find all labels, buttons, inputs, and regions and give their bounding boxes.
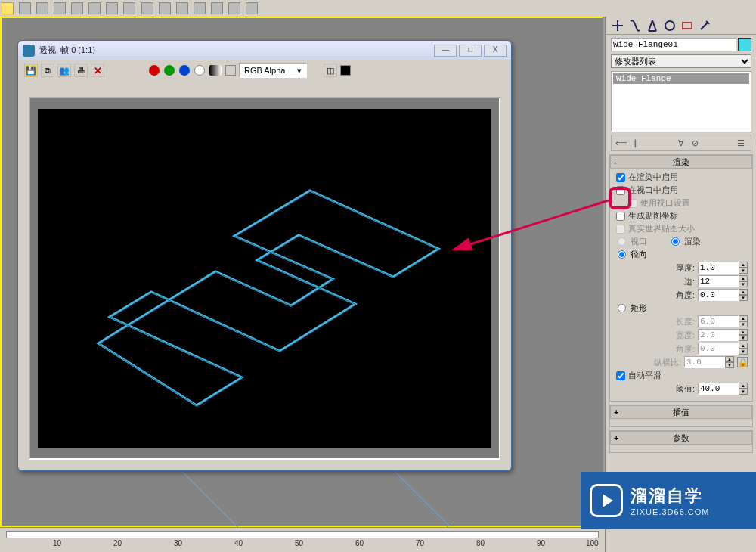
render-frame-window: 透视, 帧 0 (1:1) — □ X 💾 ⧉ 👥 🖶 ✕ RGB Alpha▾…: [17, 40, 512, 471]
toolbar-icon[interactable]: [141, 2, 153, 14]
toolbar-icon[interactable]: [19, 2, 31, 14]
ruler-tick: 10: [53, 539, 61, 547]
rollout-header[interactable]: + 参数: [610, 431, 752, 445]
modifier-stack-item[interactable]: Wide Flange: [613, 73, 749, 84]
create-tab-icon[interactable]: [611, 19, 624, 33]
copy-icon[interactable]: ⧉: [41, 64, 54, 77]
watermark-text-cn: 溜溜自学: [631, 485, 709, 507]
pin-stack-icon[interactable]: ⟸: [615, 137, 628, 149]
spinner-arrows[interactable]: ▲▼: [739, 262, 748, 274]
mono-channel-icon[interactable]: [194, 65, 205, 76]
viewport-render-radio-row: 视口 渲染: [618, 236, 749, 247]
render-radio-label: 渲染: [684, 236, 701, 247]
timeline-ruler[interactable]: 10 20 30 40 50 60 70 80 90 100: [0, 527, 605, 552]
ruler-tick: 70: [416, 539, 424, 547]
enable-in-viewport-checkbox[interactable]: 在视口中启用: [616, 185, 749, 196]
rect-radio-row[interactable]: 矩形: [618, 302, 749, 314]
blue-channel-icon[interactable]: [179, 65, 190, 76]
toolbar-icon[interactable]: [194, 2, 206, 14]
thickness-input[interactable]: [698, 262, 739, 274]
red-channel-icon[interactable]: [149, 65, 160, 76]
channel-label: RGB Alpha: [244, 66, 285, 75]
gen-mapping-coords-checkbox[interactable]: 生成贴图坐标: [616, 210, 749, 222]
auto-smooth-checkbox[interactable]: 自动平滑: [616, 370, 749, 381]
close-button[interactable]: X: [484, 45, 507, 57]
collapse-icon: -: [614, 157, 617, 166]
svg-rect-3: [683, 23, 692, 29]
toolbar-icon[interactable]: [211, 2, 223, 14]
annotation-arrow: [438, 189, 627, 265]
modifier-stack[interactable]: Wide Flange: [611, 71, 751, 132]
radial-radio-row[interactable]: 径向: [618, 249, 749, 260]
clone-window-icon[interactable]: ◫: [324, 64, 337, 77]
render-radio[interactable]: [671, 237, 680, 246]
alpha-channel-icon[interactable]: [209, 65, 222, 76]
width-label: 宽度:: [676, 330, 695, 341]
rollout-title: 插值: [673, 407, 689, 418]
toolbar-icon[interactable]: [159, 2, 171, 14]
enable-in-viewport-label: 在视口中启用: [628, 185, 678, 196]
toolbar-icon[interactable]: [88, 2, 101, 14]
svg-marker-1: [99, 191, 439, 406]
toolbar-icon[interactable]: [36, 2, 48, 14]
window-titlebar[interactable]: 透视, 帧 0 (1:1) — □ X: [18, 41, 511, 60]
toolbar-icon[interactable]: [106, 2, 118, 14]
toolbar-icon[interactable]: [228, 2, 240, 14]
threshold-label: 阈值:: [676, 383, 695, 395]
green-channel-icon[interactable]: [164, 65, 175, 76]
maximize-button[interactable]: □: [459, 45, 482, 57]
utilities-tab-icon[interactable]: [698, 19, 711, 33]
bg-color-icon[interactable]: [340, 65, 351, 76]
overlay-icon[interactable]: [225, 65, 236, 76]
save-image-icon[interactable]: 💾: [24, 64, 38, 77]
play-logo-icon: [590, 484, 623, 517]
motion-tab-icon[interactable]: [663, 19, 677, 33]
remove-modifier-icon[interactable]: ⊘: [688, 137, 702, 149]
rect-radio[interactable]: [618, 304, 626, 312]
toolbar-icon[interactable]: [2, 2, 14, 14]
ruler-track[interactable]: [6, 531, 599, 538]
clone-icon[interactable]: 👥: [57, 64, 71, 77]
real-world-checkbox: 真实世界贴图大小: [616, 223, 749, 234]
auto-smooth-input[interactable]: [616, 371, 625, 380]
print-icon[interactable]: 🖶: [74, 64, 88, 77]
make-unique-icon[interactable]: ∀: [674, 137, 688, 149]
spinner-arrows[interactable]: ▲▼: [739, 383, 748, 395]
real-world-label: 真实世界贴图大小: [628, 223, 695, 234]
modifier-list-dropdown[interactable]: 修改器列表: [611, 54, 751, 68]
clear-icon[interactable]: ✕: [91, 64, 104, 77]
toolbar-icon[interactable]: [71, 2, 83, 14]
angle-row: 角度: ▲▼: [627, 289, 748, 301]
lock-aspect-icon: 🔒: [737, 357, 748, 367]
toolbar-icon[interactable]: [176, 2, 188, 14]
spinner-arrows: ▲▼: [739, 315, 748, 327]
hierarchy-tab-icon[interactable]: [646, 19, 659, 33]
channel-dropdown[interactable]: RGB Alpha▾: [239, 63, 307, 78]
rfb-toolbar: 💾 ⧉ 👥 🖶 ✕ RGB Alpha▾ ◫: [18, 60, 511, 80]
modify-tab-icon[interactable]: [628, 19, 642, 33]
rollout-header[interactable]: - 渲染: [610, 155, 752, 169]
angle-input[interactable]: [698, 289, 739, 301]
enable-in-render-checkbox[interactable]: 在渲染中启用: [616, 172, 749, 183]
configure-stack-icon[interactable]: ☰: [734, 137, 748, 149]
toolbar-icon[interactable]: [123, 2, 135, 14]
rendered-shape: [38, 109, 491, 457]
threshold-input[interactable]: [698, 383, 739, 395]
render-canvas: [38, 109, 491, 448]
toolbar-icon[interactable]: [246, 2, 258, 14]
show-end-result-icon[interactable]: ∥: [628, 137, 642, 149]
expand-icon: +: [614, 433, 618, 442]
spinner-arrows[interactable]: ▲▼: [739, 289, 748, 301]
rollout-title: 参数: [673, 433, 689, 444]
use-viewport-settings-label: 使用视口设置: [640, 197, 690, 209]
minimize-button[interactable]: —: [434, 45, 457, 57]
sides-input[interactable]: [698, 275, 739, 287]
sides-label: 边:: [684, 276, 695, 287]
object-name-input[interactable]: [611, 38, 736, 51]
rollout-header[interactable]: + 插值: [610, 405, 752, 419]
enable-in-render-input[interactable]: [616, 173, 625, 182]
toolbar-icon[interactable]: [54, 2, 66, 14]
display-tab-icon[interactable]: [680, 19, 694, 33]
object-color-swatch[interactable]: [738, 38, 751, 51]
spinner-arrows[interactable]: ▲▼: [739, 275, 748, 287]
